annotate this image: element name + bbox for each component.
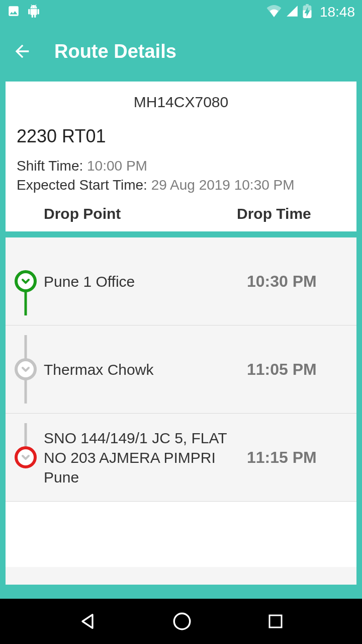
stop-row[interactable]: Thermax Chowk 11:05 PM xyxy=(6,326,356,414)
shift-time-line: Shift Time: 10:00 PM xyxy=(17,158,345,174)
expected-start-label: Expected Start Time: xyxy=(17,177,151,193)
stop-marker-icon xyxy=(15,270,37,292)
list-whitespace xyxy=(6,502,356,567)
status-left xyxy=(7,5,40,20)
vehicle-number: MH14CX7080 xyxy=(17,94,345,111)
signal-icon xyxy=(286,5,299,20)
stop-name: Thermax Chowk xyxy=(40,360,247,379)
status-time: 18:48 xyxy=(320,4,355,20)
svg-point-0 xyxy=(174,613,190,629)
stop-row[interactable]: SNO 144/149/1 JC 5, FLAT NO 203 AJMERA P… xyxy=(6,414,356,502)
shift-time-value: 10:00 PM xyxy=(87,158,147,174)
expected-start-value: 29 Aug 2019 10:30 PM xyxy=(151,177,295,193)
nav-home-button[interactable] xyxy=(171,611,193,632)
image-icon xyxy=(7,5,20,20)
stop-row[interactable]: Pune 1 Office 10:30 PM xyxy=(6,237,356,326)
app-bar: Route Details xyxy=(0,24,362,78)
stop-marker-icon xyxy=(15,446,37,468)
stops-list[interactable]: Pune 1 Office 10:30 PM Thermax Chowk 11:… xyxy=(6,237,356,585)
stop-name: SNO 144/149/1 JC 5, FLAT NO 203 AJMERA P… xyxy=(40,428,247,487)
column-headers: Drop Point Drop Time xyxy=(17,205,345,222)
stop-name: Pune 1 Office xyxy=(40,272,247,291)
nav-back-button[interactable] xyxy=(77,611,98,631)
back-button[interactable] xyxy=(12,41,32,61)
timeline-cell xyxy=(12,336,40,403)
drop-point-header: Drop Point xyxy=(20,205,237,222)
shift-time-label: Shift Time: xyxy=(17,158,87,174)
android-icon xyxy=(27,5,40,20)
status-right: 18:48 xyxy=(266,4,355,20)
nav-recent-button[interactable] xyxy=(266,612,285,630)
nav-bar xyxy=(0,599,362,644)
drop-time-header: Drop Time xyxy=(237,205,342,222)
stop-marker-icon xyxy=(15,358,37,380)
status-bar: 18:48 xyxy=(0,0,362,24)
info-card: MH14CX7080 2230 RT01 Shift Time: 10:00 P… xyxy=(6,82,356,231)
stop-time: 11:15 PM xyxy=(247,448,347,467)
stop-time: 10:30 PM xyxy=(247,272,347,291)
route-name: 2230 RT01 xyxy=(17,126,345,147)
page-title: Route Details xyxy=(54,41,176,62)
timeline-cell xyxy=(12,248,40,315)
battery-icon xyxy=(303,4,312,20)
wifi-icon xyxy=(266,5,282,19)
timeline-cell xyxy=(12,424,40,491)
svg-rect-1 xyxy=(269,615,282,627)
expected-start-line: Expected Start Time: 29 Aug 2019 10:30 P… xyxy=(17,177,345,193)
content: MH14CX7080 2230 RT01 Shift Time: 10:00 P… xyxy=(6,82,356,231)
stop-time: 11:05 PM xyxy=(247,360,347,379)
